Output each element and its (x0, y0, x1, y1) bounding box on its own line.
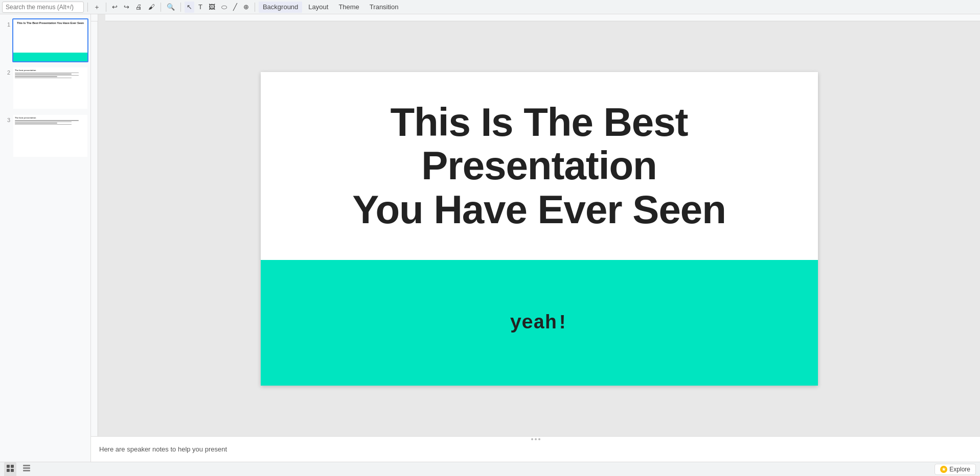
image-tool-button[interactable]: 🖼 (207, 2, 217, 13)
slides-panel: 1 This Is The Best Presentation You Have… (0, 14, 91, 462)
canvas-area: This Is The Best Presentation You Have E… (91, 14, 980, 462)
thumb2-line-3 (15, 75, 79, 76)
select-tool-button[interactable]: ↖ (185, 2, 194, 13)
toolbar-separator-3 (161, 3, 161, 12)
slide-number-1: 1 (2, 21, 10, 28)
thumb2-line-4 (15, 76, 57, 77)
svg-rect-8 (23, 470, 30, 471)
toolbar-separator-4 (180, 3, 181, 12)
svg-rect-6 (23, 465, 30, 466)
ruler-vertical (91, 21, 98, 436)
toolbar-separator-1 (87, 3, 88, 12)
slide-list-view-button[interactable] (4, 462, 16, 477)
thumb1-bar (13, 53, 87, 61)
slide-title-area[interactable]: This Is The Best Presentation You Have E… (261, 72, 818, 260)
paint-format-button[interactable]: 🖌 (146, 2, 157, 13)
svg-rect-4 (11, 465, 14, 468)
background-menu-button[interactable]: Background (259, 2, 302, 13)
notes-drag-handle[interactable] (530, 437, 542, 442)
thumb2-line-1 (15, 73, 79, 74)
explore-label: Explore (949, 466, 970, 473)
layout-menu-button[interactable]: Layout (304, 2, 332, 13)
slide-viewport[interactable]: This Is The Best Presentation You Have E… (98, 21, 980, 436)
thumb3-line-1 (15, 120, 79, 121)
line-tool-button[interactable]: ╱ (231, 2, 239, 13)
thumb3-title: The best presentation (15, 116, 86, 119)
slide-bottom-bar[interactable]: yeah! (261, 260, 818, 386)
svg-rect-3 (7, 469, 10, 472)
ruler-horizontal (105, 14, 980, 21)
slide-thumbnail-1[interactable]: This Is The Best Presentation You Have E… (12, 18, 88, 62)
zoom-button[interactable]: 🔍 (165, 2, 177, 13)
slide-thumbnail-3[interactable]: The best presentation (12, 114, 88, 158)
svg-rect-5 (11, 469, 14, 472)
transition-menu-button[interactable]: Transition (366, 2, 403, 13)
thumb3-line-4 (15, 124, 72, 125)
thumb2-line-5 (15, 78, 72, 79)
redo-button[interactable]: ↪ (122, 2, 131, 13)
undo-button[interactable]: ↩ (110, 2, 120, 13)
thumb3-line-3 (15, 123, 57, 124)
ruler-corner (91, 14, 98, 21)
slide-thumb-2[interactable]: 2 The best presentation (2, 66, 88, 110)
slide-thumb-3[interactable]: 3 The best presentation (2, 114, 88, 158)
slide-thumb-1[interactable]: 1 This Is The Best Presentation You Have… (2, 18, 88, 62)
theme-menu-button[interactable]: Theme (334, 2, 363, 13)
thumb2-title: The best presentation (15, 69, 86, 72)
explore-icon: ★ (940, 466, 947, 473)
slide-number-3: 3 (2, 117, 10, 123)
text-tool-button[interactable]: T (196, 2, 204, 13)
toolbar-separator-2 (106, 3, 106, 12)
ruler-top-row (91, 14, 980, 21)
svg-rect-7 (23, 467, 30, 469)
slide-title-line2: You Have Ever Seen (352, 187, 726, 232)
drag-dot-3 (538, 438, 540, 440)
toolbar-separator-5 (255, 3, 255, 12)
explore-section: ★ Explore (935, 464, 976, 475)
speaker-notes-text: Here are speaker notes to help you prese… (99, 445, 227, 453)
shape-tool-button[interactable]: ⬭ (219, 2, 229, 13)
thumb3-line-2 (15, 122, 72, 123)
bottom-bar: ★ Explore (0, 462, 980, 476)
main-slide[interactable]: This Is The Best Presentation You Have E… (261, 72, 818, 386)
thumb1-title: This Is The Best Presentation You Have E… (13, 19, 87, 53)
slide-thumbnail-2[interactable]: The best presentation (12, 66, 88, 110)
thumb2-line-2 (15, 74, 72, 75)
new-slide-button[interactable]: ＋ (92, 2, 102, 13)
thumb2-content: The best presentation (13, 67, 87, 81)
svg-rect-2 (7, 465, 10, 468)
drag-dot-2 (535, 438, 537, 440)
main-toolbar: ＋ ↩ ↪ 🖨 🖌 🔍 ↖ T 🖼 ⬭ ╱ ⊕ Background Layou… (0, 0, 980, 14)
explore-button[interactable]: ★ Explore (935, 464, 976, 475)
slide-bottom-text: yeah! (510, 312, 568, 334)
menu-search-input[interactable] (2, 2, 84, 13)
slide-title: This Is The Best Presentation You Have E… (286, 101, 792, 232)
drag-dot-1 (531, 438, 533, 440)
thumb3-content: The best presentation (13, 115, 87, 127)
canvas-row: This Is The Best Presentation You Have E… (91, 21, 980, 436)
view-controls (4, 462, 33, 477)
print-button[interactable]: 🖨 (133, 2, 144, 13)
slide-title-line1: This Is The Best Presentation (390, 100, 688, 188)
slide-number-2: 2 (2, 69, 10, 76)
speaker-notes-area[interactable]: Here are speaker notes to help you prese… (91, 436, 980, 462)
main-area: 1 This Is The Best Presentation You Have… (0, 14, 980, 462)
more-tools-button[interactable]: ⊕ (241, 2, 251, 13)
grid-view-button[interactable] (20, 462, 33, 477)
